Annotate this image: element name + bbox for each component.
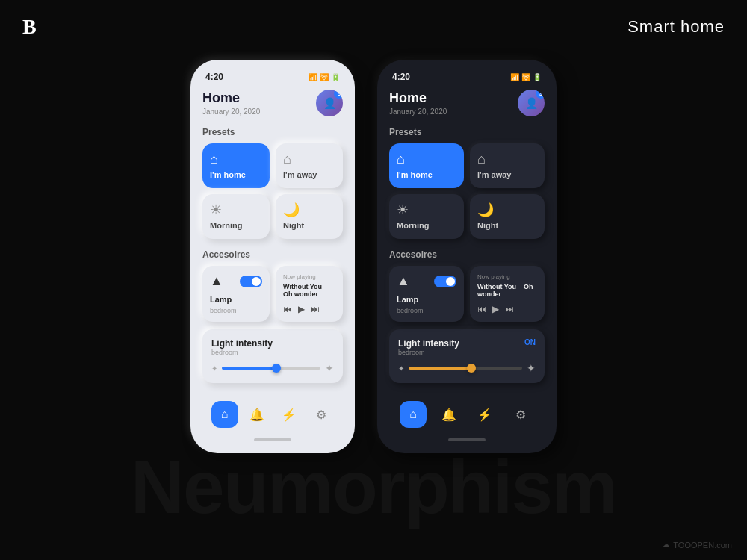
preset-night-label-dark: Night [477,221,498,230]
slider-thumb-dark[interactable] [467,364,476,373]
intensity-info-light: Light intensity bedroom [211,338,273,356]
preset-night-dark[interactable]: 🌙 Night [470,194,545,239]
lamp-sub-light: bedroom [210,307,262,314]
home-indicator-dark [448,438,486,441]
preset-morning-icon-dark: ☀ [397,203,409,217]
phones-container: 4:20 📶 🛜 🔋 Home January 20, 2020 👤 3 Pre… [190,60,557,453]
music-next-light[interactable]: ⏭ [311,304,320,314]
phone-light: 4:20 📶 🛜 🔋 Home January 20, 2020 👤 3 Pre… [190,60,355,453]
accessories-label-light: Accesoires [202,249,343,260]
preset-away-dark[interactable]: ⌂ I'm away [470,143,545,188]
slider-thumb-light[interactable] [272,364,281,373]
lamp-label-light: Lamp [210,295,262,304]
music-content-light: Now playing Without You – Oh wonder ⏮ ▶ … [283,273,335,314]
status-icons-dark: 📶 🛜 🔋 [510,73,542,81]
preset-night-label-light: Night [283,221,304,230]
slider-min-icon-light: ✦ [211,364,217,373]
intensity-card-light: Light intensity bedroom ✦ ✦ [202,329,343,383]
slider-fill-dark [409,367,471,370]
app-title: Smart home [627,17,725,37]
lamp-toggle-light[interactable] [240,276,262,287]
nav-bolt-dark[interactable]: ⚡ [471,401,498,428]
music-controls-dark: ⏮ ▶ ⏭ [477,304,537,314]
lamp-sub-dark: bedroom [397,307,456,314]
presets-grid-light: ⌂ I'm home ⌂ I'm away ☀ Morning 🌙 Night [202,143,343,239]
phone-dark: 4:20 📶 🛜 🔋 Home January 20, 2020 👤 3 Pre… [377,60,557,453]
watermark: ☁ TOOOPEN.com [662,540,732,550]
accessories-grid-dark: ▲ Lamp bedroom Now playing Without You –… [389,266,545,322]
now-playing-label-light: Now playing [283,273,335,280]
intensity-card-dark: Light intensity bedroom ON ✦ ✦ [389,329,545,383]
slider-track-light[interactable] [222,367,320,370]
intensity-on-dark: ON [524,338,536,346]
nav-bell-light[interactable]: 🔔 [244,401,270,428]
intensity-sub-light: bedroom [211,349,273,356]
lamp-card-dark[interactable]: ▲ Lamp bedroom [389,266,464,322]
status-time-dark: 4:20 [392,72,410,82]
music-prev-light[interactable]: ⏮ [283,304,292,314]
now-playing-label-dark: Now playing [477,273,537,280]
preset-morning-label-dark: Morning [397,221,429,230]
music-play-light[interactable]: ▶ [298,304,305,314]
avatar-dark[interactable]: 👤 3 [518,90,545,116]
music-prev-dark[interactable]: ⏮ [477,304,486,314]
intensity-title-light: Light intensity [211,338,273,349]
nav-bolt-light[interactable]: ⚡ [276,401,303,428]
nav-home-light[interactable]: ⌂ [211,401,238,428]
slider-max-icon-light: ✦ [325,362,334,374]
home-header-dark: Home January 20, 2020 👤 3 [389,90,545,116]
song-title-light: Without You – Oh wonder [283,283,335,298]
presets-label-dark: Presets [389,127,545,137]
avatar-light[interactable]: 👤 3 [316,90,343,116]
slider-fill-light [222,367,276,370]
home-header-light: Home January 20, 2020 👤 3 [202,90,343,116]
preset-morning-dark[interactable]: ☀ Morning [389,194,464,239]
preset-away-light[interactable]: ⌂ I'm away [276,143,343,188]
preset-away-label-dark: I'm away [477,170,511,179]
preset-home-light[interactable]: ⌂ I'm home [202,143,270,188]
intensity-header-light: Light intensity bedroom [211,338,334,356]
music-content-dark: Now playing Without You – Oh wonder ⏮ ▶ … [477,273,537,314]
home-title-light: Home [202,90,260,106]
intensity-title-dark: Light intensity [398,338,459,349]
lamp-card-light[interactable]: ▲ Lamp bedroom [202,266,270,322]
music-play-dark[interactable]: ▶ [492,304,499,314]
intensity-info-dark: Light intensity bedroom [398,338,459,356]
status-icons-light: 📶 🛜 🔋 [309,73,340,81]
background-text: Neumorphism [131,444,616,530]
preset-morning-light[interactable]: ☀ Morning [202,194,270,239]
slider-min-icon-dark: ✦ [398,364,404,373]
nav-gear-dark[interactable]: ⚙ [507,401,534,428]
preset-night-icon-dark: 🌙 [477,203,494,217]
accessories-label-dark: Accesoires [389,249,545,260]
lamp-content-light: ▲ Lamp bedroom [210,273,262,314]
music-next-dark[interactable]: ⏭ [505,304,514,314]
preset-away-label-light: I'm away [283,170,317,179]
accessories-grid-light: ▲ Lamp bedroom Now playing Without You –… [202,266,343,322]
preset-home-label-dark: I'm home [397,170,433,179]
nav-home-dark[interactable]: ⌂ [400,401,427,428]
preset-home-icon-dark: ⌂ [397,152,405,166]
slider-max-icon-dark: ✦ [527,362,536,374]
preset-away-icon-dark: ⌂ [477,152,486,166]
bottom-nav-light: ⌂ 🔔 ⚡ ⚙ [202,393,343,432]
music-card-light[interactable]: Now playing Without You – Oh wonder ⏮ ▶ … [276,266,343,322]
preset-home-dark[interactable]: ⌂ I'm home [389,143,464,188]
watermark-icon: ☁ [662,540,670,550]
home-info-light: Home January 20, 2020 [202,90,260,116]
slider-row-light: ✦ ✦ [211,362,334,374]
music-card-dark[interactable]: Now playing Without You – Oh wonder ⏮ ▶ … [470,266,545,322]
logo: B [22,15,37,39]
nav-gear-light[interactable]: ⚙ [308,401,335,428]
lamp-toggle-dark[interactable] [434,276,456,287]
preset-night-light[interactable]: 🌙 Night [276,194,343,239]
preset-home-icon-light: ⌂ [210,152,218,166]
app-header: B Smart home [0,0,747,54]
status-bar-light: 4:20 📶 🛜 🔋 [202,72,343,82]
intensity-sub-dark: bedroom [398,349,459,356]
bottom-nav-dark: ⌂ 🔔 ⚡ ⚙ [389,393,545,432]
preset-night-icon-light: 🌙 [283,203,300,217]
nav-bell-dark[interactable]: 🔔 [436,401,462,428]
home-subtitle-dark: January 20, 2020 [389,108,447,116]
slider-track-dark[interactable] [409,367,522,370]
